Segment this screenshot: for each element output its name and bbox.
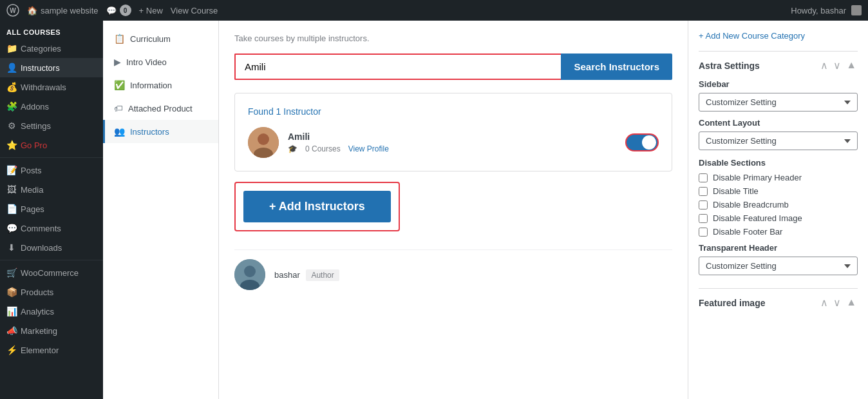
featured-expand[interactable]: ▲ [845, 297, 858, 309]
disable-breadcrumb-item: Disable Breadcrumb [699, 200, 858, 209]
disable-title-checkbox[interactable] [699, 187, 708, 196]
sidebar-label-downloads: Downloads [21, 243, 62, 253]
sub-nav-attachedproduct[interactable]: 🏷 Attached Product [103, 97, 218, 120]
sidebar-item-categories[interactable]: 📁 Categories [0, 39, 103, 58]
user-avatar[interactable] [851, 5, 862, 15]
disable-primary-header-checkbox[interactable] [699, 173, 708, 182]
disable-footer-bar-checkbox[interactable] [699, 228, 708, 237]
sidebar-select[interactable]: Customizer Setting Left Sidebar Right Si… [699, 93, 858, 112]
collapse-down-button[interactable]: ∨ [832, 59, 842, 72]
collapse-up-button[interactable]: ∧ [819, 59, 829, 72]
instructor-name: Amili [288, 131, 616, 142]
sidebar-item-comments[interactable]: 💬 Comments [0, 219, 103, 238]
featured-image-controls: ∧ ∨ ▲ [819, 297, 858, 309]
bashar-avatar [234, 259, 265, 290]
sidebar-item-media[interactable]: 🖼 Media [0, 180, 103, 199]
sub-nav-curriculum-label: Curriculum [130, 34, 171, 44]
attachedproduct-icon: 🏷 [114, 103, 123, 113]
sidebar-item-woocommerce[interactable]: 🛒 WooCommerce [0, 263, 103, 282]
author-badge: Author [306, 269, 339, 281]
amili-avatar-svg [248, 127, 279, 158]
disable-footer-bar-item: Disable Footer Bar [699, 227, 858, 237]
admin-bar: W 🏠 sample website 💬 0 + New View Course… [0, 0, 868, 21]
new-item[interactable]: + New [139, 6, 163, 15]
sidebar-label-posts: Posts [21, 166, 42, 175]
sidebar-label-woocommerce: WooCommerce [21, 268, 79, 278]
transparent-header-label: Transparent Header [699, 243, 858, 253]
disable-breadcrumb-checkbox[interactable] [699, 200, 708, 209]
svg-point-3 [258, 133, 269, 145]
comment-item[interactable]: 💬 0 [106, 5, 131, 16]
sidebar-item-marketing[interactable]: 📣 Marketing [0, 321, 103, 340]
sidebar-label-categories: Categories [21, 44, 61, 54]
sub-nav-introvideo-label: Intro Video [126, 57, 167, 67]
bottom-instructor-row: bashar Author [234, 249, 672, 299]
sidebar-item-pages[interactable]: 📄 Pages [0, 199, 103, 219]
featured-collapse-down[interactable]: ∨ [832, 297, 842, 309]
view-course-item[interactable]: View Course [171, 6, 218, 15]
instructor-info: Amili 🎓 0 Courses View Profile [288, 131, 616, 153]
sidebar-label-marketing: Marketing [21, 326, 57, 336]
sidebar-item-instructors[interactable]: 👤 Instructors [0, 58, 103, 77]
courses-icon-sm: 🎓 [288, 144, 297, 153]
featured-collapse-up[interactable]: ∧ [819, 297, 829, 309]
disable-title-label: Disable Title [713, 186, 759, 196]
svg-point-6 [244, 266, 256, 277]
transparent-header-select[interactable]: Customizer Setting Enable Disable [699, 257, 858, 275]
sidebar-item-addons[interactable]: 🧩 Addons [0, 97, 103, 116]
toggle-switch[interactable] [625, 133, 659, 151]
instructor-courses: 0 Courses [305, 144, 341, 153]
sidebar-item-downloads[interactable]: ⬇ Downloads [0, 238, 103, 257]
expand-button[interactable]: ▲ [845, 59, 858, 72]
featured-image-section: Featured image ∧ ∨ ▲ [699, 297, 858, 309]
sidebar-label-pages: Pages [21, 204, 44, 214]
instructors-icon: 👤 [6, 63, 17, 73]
new-label: + New [139, 6, 163, 15]
view-profile-link[interactable]: View Profile [348, 144, 389, 153]
sidebar-item-products[interactable]: 📦 Products [0, 282, 103, 302]
add-instructors-button[interactable]: + Add Instructors [243, 191, 391, 222]
disable-featured-image-checkbox[interactable] [699, 214, 708, 223]
search-bar: Search Instructors [234, 54, 672, 80]
disable-footer-bar-label: Disable Footer Bar [713, 227, 782, 237]
elementor-icon: ⚡ [6, 345, 17, 355]
sidebar-item-posts[interactable]: 📝 Posts [0, 161, 103, 180]
sub-nav-instructors-icon: 👥 [114, 126, 125, 137]
marketing-icon: 📣 [6, 326, 17, 336]
panel-controls: ∧ ∨ ▲ [819, 59, 858, 72]
home-icon: 🏠 [27, 6, 37, 15]
sidebar-label-media: Media [21, 185, 43, 195]
add-category-link[interactable]: + Add New Course Category [699, 31, 858, 41]
sidebar-section-title: All Courses [0, 21, 103, 39]
search-input[interactable] [234, 54, 561, 80]
sub-nav-introvideo[interactable]: ▶ Intro Video [103, 50, 218, 73]
sidebar-item-withdrawals[interactable]: 💰 Withdrawals [0, 77, 103, 97]
withdrawals-icon: 💰 [6, 82, 17, 92]
sidebar-item-settings[interactable]: ⚙ Settings [0, 116, 103, 135]
main-content: Take courses by multiple instructors. Se… [219, 21, 688, 399]
found-title: Found 1 Instructor [248, 106, 659, 117]
wp-logo-icon: W [6, 4, 19, 17]
featured-image-title: Featured image [699, 298, 765, 308]
search-instructors-button[interactable]: Search Instructors [561, 54, 672, 80]
gopro-icon: ⭐ [6, 140, 17, 150]
content-layout-label: Content Layout [699, 118, 858, 128]
addons-icon: 🧩 [6, 101, 17, 112]
content-layout-select[interactable]: Customizer Setting Boxed Full Width Cont… [699, 131, 858, 150]
disable-breadcrumb-label: Disable Breadcrumb [713, 200, 789, 209]
sidebar-item-analytics[interactable]: 📊 Analytics [0, 302, 103, 321]
wp-logo-item[interactable]: W [6, 4, 19, 17]
sub-nav-curriculum[interactable]: 📋 Curriculum [103, 27, 218, 50]
sub-nav-attachedproduct-label: Attached Product [128, 104, 193, 113]
site-name-item[interactable]: 🏠 sample website [27, 6, 99, 15]
sidebar-item-elementor[interactable]: ⚡ Elementor [0, 340, 103, 360]
sidebar-label-comments: Comments [21, 224, 61, 233]
right-panel: + Add New Course Category Astra Settings… [688, 21, 868, 399]
found-section: Found 1 Instructor Amili 🎓 0 Courses Vie… [234, 93, 672, 171]
sub-nav-information[interactable]: ✅ Information [103, 73, 218, 97]
categories-icon: 📁 [6, 43, 17, 54]
comment-icon: 💬 [106, 6, 117, 15]
sidebar-item-gopro[interactable]: ⭐ Go Pro [0, 135, 103, 155]
sub-nav-instructors[interactable]: 👥 Instructors [103, 120, 218, 143]
sidebar-label-instructors: Instructors [21, 63, 60, 73]
